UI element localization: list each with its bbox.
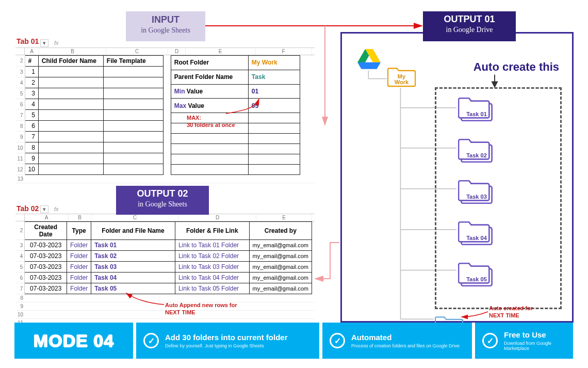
table-row[interactable]: 64 — [15, 99, 163, 110]
input-table-left[interactable]: 2 # Child Folder Name File Template 3142… — [15, 55, 164, 175]
table-row[interactable]: Min Value01 — [171, 84, 300, 99]
panel-title: Auto create this — [473, 60, 559, 74]
col-C: C — [106, 48, 168, 55]
t2h-date: Created Date — [25, 222, 67, 240]
banner-item-3-sub: Download from Google Marketplace — [504, 341, 566, 351]
table-row[interactable] — [171, 144, 300, 154]
output02-line2: in Google Sheets — [116, 200, 209, 209]
banner-item-3-title: Free to Use — [504, 330, 566, 339]
col-A: A — [25, 48, 39, 55]
banner-item-3: Free to Use Download from Google Marketp… — [475, 323, 573, 359]
table-row[interactable]: Parent Folder NameTask — [171, 70, 300, 84]
svg-marker-3 — [357, 62, 381, 69]
table-row[interactable]: 6 07-03-2023 Folder Task 04 Link to Task… — [15, 273, 312, 283]
task-folder: Task 01 — [458, 95, 495, 117]
fx-label-2: fx — [54, 206, 59, 212]
cell-ref-dropdown-2[interactable]: ▾ — [40, 205, 48, 213]
banner-item-1-sub: Define by yourself. Just typing in Googl… — [165, 343, 288, 348]
check-icon — [330, 333, 345, 348]
t2h-name: Folder and File Name — [91, 222, 175, 240]
callout-append-l2: NEXT TIME — [165, 309, 237, 316]
check-icon — [482, 333, 498, 348]
task-folder: Task 04 — [458, 219, 495, 241]
output01-line2: in Google Drive — [423, 26, 516, 34]
callout-append: Auto Append new rows for NEXT TIME — [165, 301, 237, 316]
hdr-child: Child Folder Name — [38, 56, 103, 67]
t2-col-E: E — [256, 214, 312, 221]
col-F: F — [255, 48, 312, 55]
callout-max-l1: MAX: — [187, 114, 235, 121]
table-row[interactable]: 31 — [15, 67, 163, 77]
callout-next: Auto created for NEXT TIME — [489, 305, 533, 319]
banner-item-2-title: Automated — [351, 333, 460, 342]
banner-item-2-sub: Process of creation folders and files on… — [351, 343, 460, 348]
input-label-line2: in Google Sheets — [126, 26, 205, 35]
col-D: D — [168, 48, 186, 55]
task-folder: Task 03 — [458, 178, 495, 200]
banner-mode-text: MODE 04 — [34, 331, 114, 351]
hdr-template: File Template — [103, 56, 163, 67]
t2-col-A: A — [25, 214, 69, 221]
input-label: INPUT in Google Sheets — [126, 11, 205, 41]
callout-next-l2: NEXT TIME — [489, 312, 533, 319]
col-letters-row-2: A B C D E — [15, 214, 315, 221]
col-letters-row: A B C D E F — [15, 47, 315, 55]
hdr-num: # — [25, 56, 38, 67]
col-B: B — [39, 48, 106, 55]
formula-bar-2: ▾ fx — [40, 205, 59, 213]
task-folder: Task 05 — [458, 261, 495, 282]
input-label-line1: INPUT — [126, 14, 205, 25]
table-row[interactable]: 75 — [15, 110, 163, 121]
svg-marker-14 — [492, 82, 497, 87]
banner-item-2: Automated Process of creation folders an… — [322, 323, 472, 359]
fx-label: fx — [54, 40, 59, 46]
callout-next-l1: Auto created for — [489, 305, 533, 312]
col-E: E — [186, 48, 255, 55]
cell-ref-dropdown[interactable]: ▾ — [40, 39, 48, 47]
check-icon — [143, 333, 159, 348]
t2-col-D: D — [179, 214, 256, 221]
task-dashed-box — [435, 87, 562, 309]
output01-line1: OUTPUT 01 — [423, 14, 516, 25]
table-row[interactable]: 86 — [15, 121, 163, 132]
table-row[interactable]: 4 07-03-2023 Folder Task 02 Link to Task… — [15, 251, 312, 262]
t2h-link: Folder & File Link — [175, 222, 249, 240]
table-row[interactable] — [171, 154, 300, 165]
t2h-by: Created by — [249, 222, 312, 240]
banner-item-1-title: Add 30 folders into current folder — [165, 333, 288, 342]
output-table-grid[interactable]: 2 Created Date Type Folder and File Name… — [15, 221, 312, 294]
tab-01-label: Tab 01 — [17, 37, 39, 45]
callout-max: MAX: 30 folders at once — [187, 114, 235, 129]
t2-col-C: C — [91, 214, 179, 221]
formula-bar-1: ▾ fx — [40, 39, 59, 47]
input-table: A B C D E F 2 # Child Folder Name File T… — [15, 47, 315, 183]
google-drive-icon — [357, 49, 381, 70]
table-row[interactable]: 97 — [15, 132, 163, 142]
table-row[interactable]: Root FolderMy Work — [171, 56, 300, 70]
table-row[interactable] — [171, 165, 300, 175]
output01-label: OUTPUT 01 in Google Drive — [423, 11, 516, 41]
t2-col-B: B — [69, 214, 91, 221]
task-folder: Task 02 — [458, 137, 495, 158]
callout-append-l1: Auto Append new rows for — [165, 301, 237, 309]
table-row[interactable]: 3 07-03-2023 Folder Task 01 Link to Task… — [15, 240, 312, 251]
output02-label: OUTPUT 02 in Google Sheets — [116, 186, 209, 215]
bottom-banner: MODE 04 Add 30 folders into current fold… — [14, 323, 575, 359]
callout-max-l2: 30 folders at once — [187, 121, 235, 129]
table-row[interactable]: 1210 — [15, 164, 163, 175]
output02-line1: OUTPUT 02 — [116, 188, 209, 199]
table-row[interactable]: Max Value05 — [171, 99, 300, 113]
table-row[interactable]: 119 — [15, 153, 163, 164]
table-row[interactable]: 53 — [15, 88, 163, 99]
table-row[interactable]: 42 — [15, 77, 163, 88]
banner-item-1: Add 30 folders into current folder Defin… — [136, 323, 319, 359]
table-row[interactable]: 108 — [15, 142, 163, 153]
t2h-type: Type — [67, 222, 91, 240]
tab-02-label: Tab 02 — [17, 204, 39, 213]
table-row[interactable]: 7 07-03-2023 Folder Task 05 Link to Task… — [15, 283, 312, 294]
table-row[interactable] — [171, 134, 300, 144]
table-row[interactable]: 5 07-03-2023 Folder Task 03 Link to Task… — [15, 262, 312, 273]
my-work-folder: My Work — [387, 65, 416, 85]
output-drive-panel: Auto create this My Work Task — [340, 32, 574, 323]
banner-mode: MODE 04 — [14, 323, 133, 359]
